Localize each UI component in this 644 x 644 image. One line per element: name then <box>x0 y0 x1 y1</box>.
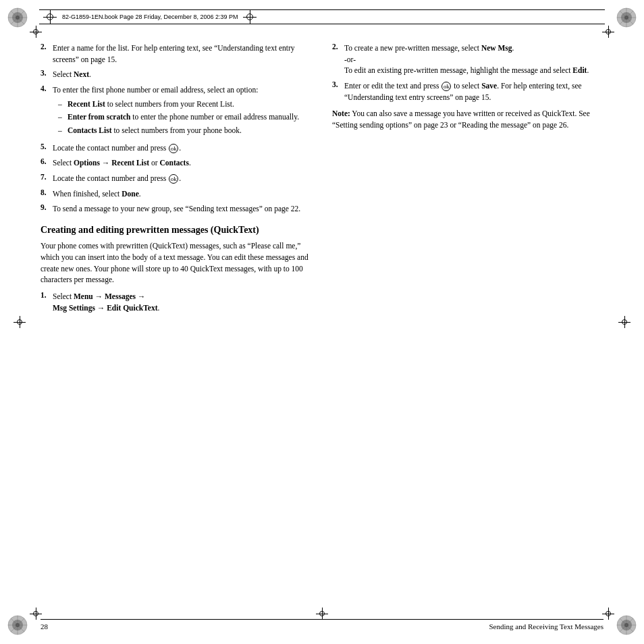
right-item-3-content: Enter or edit the text and press ok to s… <box>344 80 603 103</box>
item-7-number: 7. <box>41 173 50 184</box>
list-item-4: 4. To enter the first phone number or em… <box>41 84 312 138</box>
right-item-3-number: 3. <box>332 80 342 103</box>
bottom-item-1-content: Select Menu → Messages →Msg Settings → E… <box>53 291 312 313</box>
item-2-number: 2. <box>41 43 50 65</box>
item-2-content: Enter a name for the list. For help ente… <box>53 43 312 65</box>
bottom-item-1-number: 1. <box>41 291 50 313</box>
item-6-number: 6. <box>41 157 50 169</box>
right-item-2-content: To create a new pre-written message, sel… <box>344 43 603 76</box>
middle-right-crosshair <box>618 316 630 328</box>
content-area: 2. Enter a name for the list. For help e… <box>41 37 603 607</box>
recent-list-text: Recent List to select numbers from your … <box>68 99 312 110</box>
section-heading: Creating and editing prewritten messages… <box>41 224 312 236</box>
item-5-content: Locate the contact number and press ok. <box>53 142 312 154</box>
sub-item-fromscratch: – Enter from scratch to enter the phone … <box>58 111 312 123</box>
top-left-crosshair <box>30 26 42 38</box>
note-text: You can also save a message you have wri… <box>332 109 590 129</box>
section-body: Your phone comes with prewritten (QuickT… <box>41 240 312 286</box>
right-list-item-3: 3. Enter or edit the text and press ok t… <box>332 80 603 103</box>
ok-button-icon-right: ok <box>441 82 451 91</box>
item-9-number: 9. <box>41 203 50 215</box>
top-right-crosshair <box>602 26 614 38</box>
bottom-left-ornament <box>5 613 30 639</box>
list-item-3: 3. Select Next. <box>41 69 312 80</box>
header-text: 82-G1859-1EN.book Page 28 Friday, Decemb… <box>62 14 238 20</box>
item-4-content: To enter the first phone number or email… <box>53 84 312 138</box>
note-block: Note: You can also save a message you ha… <box>332 108 603 130</box>
page: 82-G1859-1EN.book Page 28 Friday, Decemb… <box>0 0 644 644</box>
item-3-content: Select Next. <box>53 69 312 80</box>
item-8-content: When finished, select Done. <box>53 188 312 200</box>
item-5-number: 5. <box>41 142 50 154</box>
list-item-2: 2. Enter a name for the list. For help e… <box>41 43 312 65</box>
right-list-item-2: 2. To create a new pre-written message, … <box>332 43 603 76</box>
sub-list-4: – Recent List to select numbers from you… <box>58 99 312 136</box>
list-item-8: 8. When finished, select Done. <box>41 188 312 200</box>
from-scratch-text: Enter from scratch to enter the phone nu… <box>68 111 312 123</box>
right-column: 2. To create a new pre-written message, … <box>332 37 603 607</box>
sub-item-recentlist: – Recent List to select numbers from you… <box>58 99 312 110</box>
item-9-content: To send a message to your new group, see… <box>53 203 312 215</box>
ok-button-icon-7: ok <box>169 174 178 184</box>
list-item-6: 6. Select Options → Recent List or Conta… <box>41 157 312 169</box>
dash-3: – <box>58 125 65 136</box>
top-left-ornament <box>5 5 30 31</box>
bottom-center-crosshair <box>316 608 328 620</box>
left-column: 2. Enter a name for the list. For help e… <box>41 37 312 607</box>
ok-button-icon-5: ok <box>169 144 178 153</box>
item-8-number: 8. <box>41 188 50 200</box>
right-item-2-number: 2. <box>332 43 342 76</box>
dash-1: – <box>58 99 65 110</box>
item-7-content: Locate the contact number and press ok. <box>53 173 312 184</box>
bottom-right-ornament <box>614 613 639 639</box>
bottom-right-crosshair <box>602 608 614 620</box>
list-item-7: 7. Locate the contact number and press o… <box>41 173 312 184</box>
sub-item-contactslist: – Contacts List to select numbers from y… <box>58 125 312 136</box>
footer: 28 Sending and Receiving Text Messages <box>41 619 603 630</box>
item-6-content: Select Options → Recent List or Contacts… <box>53 157 312 169</box>
list-item-5: 5. Locate the contact number and press o… <box>41 142 312 154</box>
dash-2: – <box>58 111 65 123</box>
footer-page-number: 28 <box>41 622 48 630</box>
middle-left-crosshair <box>14 316 26 328</box>
top-right-ornament <box>614 5 639 31</box>
bottom-left-crosshair <box>30 608 42 620</box>
bottom-list-item-1: 1. Select Menu → Messages →Msg Settings … <box>41 291 312 313</box>
contacts-list-text: Contacts List to select numbers from you… <box>68 125 312 136</box>
list-item-9: 9. To send a message to your new group, … <box>41 203 312 215</box>
footer-title: Sending and Receiving Text Messages <box>489 622 604 630</box>
item-3-number: 3. <box>41 69 50 80</box>
item-4-number: 4. <box>41 84 50 138</box>
note-label: Note: <box>332 109 350 117</box>
